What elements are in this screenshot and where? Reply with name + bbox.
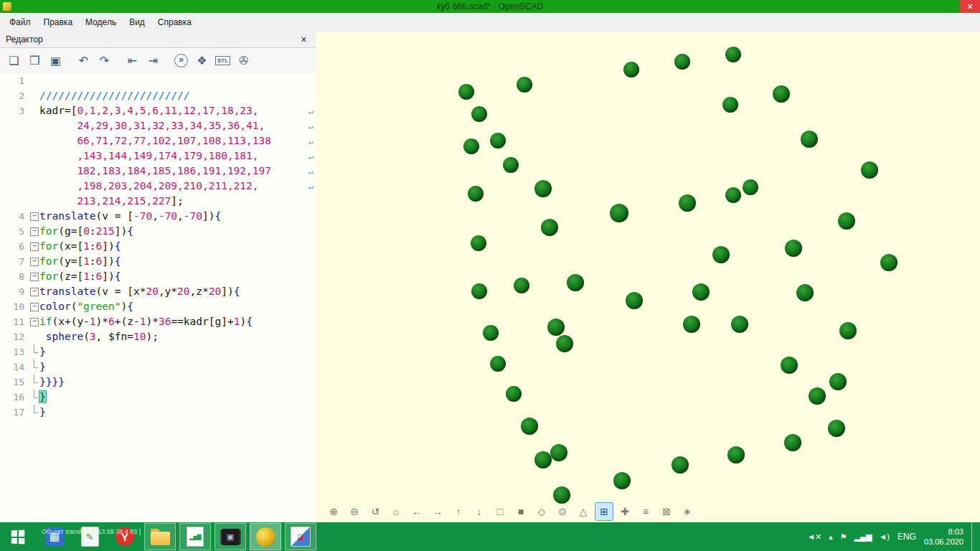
fold-toggle[interactable]: − [30,258,39,266]
taskbar-yandex-browser[interactable]: Y [109,523,141,550]
3d-print-button[interactable]: ✇ [233,50,254,71]
menu-item-3[interactable]: Модель [79,14,123,31]
code-line[interactable]: 6−for(x=[1:6]){ [0,239,316,254]
code-line[interactable]: ,198,203,204,209,210,211,212,↵ [0,179,316,194]
code-line[interactable]: 12 sphere(3, $fn=10); [0,329,316,344]
view-diagonal-button[interactable]: ◇ [532,502,551,521]
code-line[interactable]: 16} [0,390,316,405]
volume-muted-icon[interactable]: ◄✕ [807,532,821,542]
view-front-button[interactable]: □ [491,502,509,521]
fold-column [28,118,39,133]
fold-toggle[interactable]: − [30,212,39,221]
line-number: 14 [0,359,28,375]
start-button[interactable] [0,522,34,551]
code-line[interactable]: 14} [0,359,316,375]
new-file-button[interactable]: ❏ [4,50,24,71]
code-line[interactable]: 24,29,30,31,32,33,34,35,36,41,↵ [0,118,316,133]
editor-close-button[interactable]: ✕ [298,35,310,44]
redo-button[interactable]: ↷ [94,50,115,71]
close-button[interactable]: ✕ [960,0,980,13]
save-button[interactable]: ▣ [45,50,66,71]
view-right-button[interactable]: → [428,502,447,521]
network-icon[interactable]: ▂▄▆ [854,532,872,542]
view-back-button[interactable]: ■ [512,502,530,521]
zoom-in-button[interactable]: ⊕ [324,502,343,521]
sphere [490,356,506,372]
orthogonal-button[interactable]: ⊞ [595,502,613,521]
code-line[interactable]: 4−translate(v = [-70,-70,-70]){ [0,209,316,224]
code-line[interactable]: 5−for(g=[0:215]){ [0,224,316,239]
preview-button[interactable]: » [171,50,192,71]
zoom-out-button[interactable]: ⊖ [345,502,364,521]
code-text: } [39,390,316,405]
code-line[interactable]: 7−for(y=[1:6]){ [0,254,316,269]
code-line[interactable]: 9−translate(v = [x*20,y*20,z*20]){ [0,284,316,299]
taskbar-file-explorer[interactable] [144,523,176,550]
code-token: (v = [x* [96,286,146,297]
reset-view-button[interactable]: ↺ [366,502,385,521]
code-line[interactable]: 1 [0,73,316,88]
view-center-button[interactable]: ⊙ [553,502,572,521]
code-line[interactable]: 15}}}} [0,375,316,390]
taskbar-chart-app[interactable]: ▂▅▇ [179,523,211,550]
volume-icon[interactable]: ◄) [879,532,890,541]
fold-toggle[interactable]: − [30,273,39,281]
hidden-icons-chevron[interactable]: ▴ [829,532,833,542]
perspective-button[interactable]: △ [574,502,593,521]
taskbar-image-viewer[interactable]: ◪ [285,523,316,550]
unindent-button[interactable]: ⇤ [122,50,143,71]
date: 03.06.2020 [924,537,963,547]
menu-item-2[interactable]: Правка [37,14,80,31]
language-indicator[interactable]: ENG [897,532,916,542]
fold-toggle[interactable]: − [30,242,39,251]
show-scale-button[interactable]: ≡ [636,502,655,521]
viewport-canvas[interactable] [316,32,980,522]
export-stl-button[interactable]: STL [212,50,233,71]
code-line[interactable]: 10−color("green"){ [0,299,316,314]
code-line[interactable]: 2//////////////////////// [0,88,316,103]
taskbar-calculator[interactable]: ▦ [39,523,70,550]
indent-button[interactable]: ⇥ [143,50,164,71]
code-token: : [90,225,96,237]
code-line[interactable]: 213,214,215,227]; [0,194,316,209]
fold-toggle[interactable]: − [30,318,39,326]
code-token: { [115,270,121,282]
fold-toggle[interactable]: − [30,303,39,311]
code-line[interactable]: 17} [0,405,316,420]
fold-toggle[interactable]: − [30,227,39,236]
show-desktop-button[interactable] [971,522,977,551]
code-line[interactable]: 66,71,72,77,102,107,108,113,138↵ [0,133,316,149]
clock[interactable]: 8:03 03.06.2020 [924,527,963,547]
show-axes-button[interactable]: ✚ [616,502,634,521]
taskbar-openscad[interactable] [250,523,281,550]
menu-item-4[interactable]: Вид [123,14,151,31]
code-line[interactable]: 13} [0,344,316,359]
menu-item-1[interactable]: Файл [3,14,37,31]
taskbar-notes-app[interactable]: ✎ [74,523,105,550]
show-edges-button[interactable]: ⊠ [657,502,676,521]
notifications-flag-icon[interactable]: ⚑ [840,532,847,542]
view-all-icon: ⌂ [393,506,399,517]
render-button[interactable]: ❖ [192,50,212,71]
code-line[interactable]: 182,183,184,185,186,191,192,197↵ [0,164,316,179]
code-line[interactable]: 3kadr=[0,1,2,3,4,5,6,11,12,17,18,23,↵ [0,103,316,118]
fold-toggle[interactable]: − [30,288,39,296]
code-line[interactable]: 11−if(x+(y-1)*6+(z-1)*36==kadr[g]+1){ [0,314,316,329]
view-bottom-button[interactable]: ↓ [470,502,489,521]
show-crosshairs-button[interactable]: ∗ [678,502,697,521]
chip-app-icon: ▣ [222,529,240,545]
view-top-button[interactable]: ↑ [449,502,468,521]
code-line[interactable]: 8−for(z=[1:6]){ [0,269,316,284]
code-line[interactable]: ,143,144,149,174,179,180,181,↵ [0,149,316,164]
sphere [534,451,552,468]
code-area[interactable]: 12////////////////////////3kadr=[0,1,2,3… [0,73,316,522]
undo-button[interactable]: ↶ [73,50,94,71]
view-left-button[interactable]: ← [407,502,426,521]
code-text: }}}} [39,375,316,390]
code-token: { [127,301,133,312]
taskbar-chip-app[interactable]: ▣ [215,523,246,550]
open-file-button[interactable]: ❒ [24,50,45,71]
sphere [514,278,529,293]
menu-item-5[interactable]: Справка [151,14,198,31]
view-all-button[interactable]: ⌂ [387,502,405,521]
